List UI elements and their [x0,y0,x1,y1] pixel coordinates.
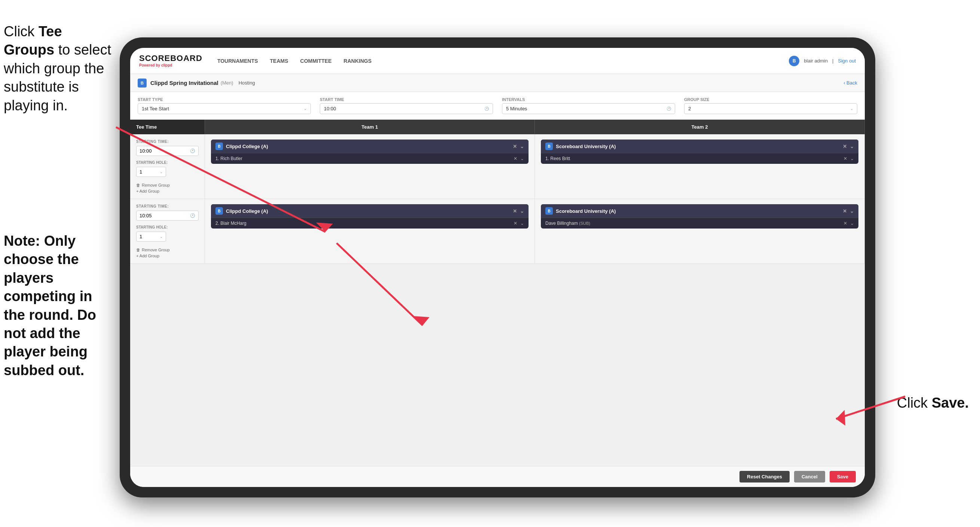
remove-team-icon-2-1[interactable]: ✕ [843,143,847,149]
start-time-icon: 🕐 [484,107,489,111]
remove-player-icon-1-2-1[interactable]: ✕ [514,221,517,226]
edit-team-icon-2-2[interactable]: ⌄ [850,209,854,214]
start-time-field: Start Time 10:00 🕐 [320,97,493,114]
click-save-instruction: Click Save. [897,395,969,411]
sub-badge: (SUB) [579,221,590,226]
player-row-2-2-1: Dave Billingham (SUB) ✕ ⌄ [541,218,858,229]
back-button[interactable]: ‹ Back [843,80,858,86]
intervals-label: Intervals [502,97,675,102]
edit-player-icon-2-1-1[interactable]: ⌄ [850,156,854,161]
player-row-1-1-1: 1. Rich Butler ✕ ⌄ [211,153,528,164]
top-instruction: Click Tee Groups to select which group t… [0,22,116,115]
hole-input-1[interactable]: 1 ⌄ [136,167,166,177]
player-name-2-1-1: 1. Rees Britt [546,156,840,161]
team-card-header-2-2: B Scoreboard University (A) ✕ ⌄ [541,204,858,218]
hole-label-1: STARTING HOLE: [136,161,199,165]
player-actions-2-1-1: ✕ ⌄ [843,156,854,161]
trash-icon-1: 🗑 [136,183,140,187]
breadcrumb-hosting: Hosting [239,80,255,86]
breadcrumb-bar: B Clippd Spring Invitational (Men) Hosti… [130,74,865,92]
sign-out-link[interactable]: Sign out [838,58,856,64]
breadcrumb-badge: B [138,78,146,88]
clock-icon-2: 🕐 [190,213,195,218]
start-type-input[interactable]: 1st Tee Start ⌄ [138,103,311,114]
remove-player-icon-2-1-1[interactable]: ✕ [843,156,847,161]
team-card-header-1-2: B Clippd College (A) ✕ ⌄ [211,204,528,218]
click-save-prefix: Click [897,395,932,411]
team-badge-1-2: B [215,207,223,215]
edit-team-icon-1-2[interactable]: ⌄ [520,209,524,214]
tee-actions-1: 🗑 Remove Group + Add Group [136,183,199,193]
start-type-field: Start Type 1st Tee Start ⌄ [138,97,311,114]
team-card-header-1-1: B Clippd College (A) ✕ ⌄ [211,140,528,153]
starting-time-label-2: STARTING TIME: [136,204,199,209]
start-time-label: Start Time [320,97,493,102]
start-type-chevron: ⌄ [304,107,307,111]
player-actions-1-1-1: ✕ ⌄ [514,156,524,161]
start-time-input[interactable]: 10:00 🕐 [320,103,493,114]
th-team1: Team 1 [205,120,535,134]
starting-time-label-1: STARTING TIME: [136,140,199,143]
remove-team-icon-2-2[interactable]: ✕ [843,209,847,214]
cancel-button[interactable]: Cancel [794,471,825,482]
player-name-1-1-1: 1. Rich Butler [215,156,511,161]
tee-group-row-2: STARTING TIME: 10:05 🕐 STARTING HOLE: 1 … [130,199,865,264]
add-group-btn-2[interactable]: + Add Group [136,253,199,258]
team-name-1-1: Clippd College (A) [226,143,510,149]
team-card-2-1: B Scoreboard University (A) ✕ ⌄ 1. Rees … [541,140,858,164]
logo-block: SCOREBOARD Powered by clippd [139,54,202,67]
player-actions-1-2-1: ✕ ⌄ [514,221,524,226]
remove-player-icon-2-2-1[interactable]: ✕ [843,221,847,226]
tee-groups-container: STARTING TIME: 10:00 🕐 STARTING HOLE: 1 … [130,134,865,264]
intervals-field: Intervals 5 Minutes 🕐 [502,97,675,114]
team-card-header-2-1: B Scoreboard University (A) ✕ ⌄ [541,140,858,153]
hole-input-2[interactable]: 1 ⌄ [136,231,166,242]
team-card-actions-2-2: ✕ ⌄ [843,209,854,214]
team-card-2-2: B Scoreboard University (A) ✕ ⌄ Dave Bil… [541,204,858,229]
player-actions-2-2-1: ✕ ⌄ [843,221,854,226]
hole-label-2: STARTING HOLE: [136,225,199,229]
remove-team-icon-1-2[interactable]: ✕ [513,209,517,214]
add-group-btn-1[interactable]: + Add Group [136,189,199,193]
hole-chevron-2: ⌄ [160,234,163,239]
remove-team-icon-1-1[interactable]: ✕ [513,143,517,149]
nav-teams[interactable]: TEAMS [270,56,288,65]
nav-items: TOURNAMENTS TEAMS COMMITTEE RANKINGS [217,56,789,65]
team2-cell-1: B Scoreboard University (A) ✕ ⌄ 1. Rees … [535,134,865,199]
nav-right: B blair admin | Sign out [789,56,856,66]
tablet-screen: SCOREBOARD Powered by clippd TOURNAMENTS… [130,48,865,487]
nav-committee[interactable]: COMMITTEE [301,56,332,65]
edit-team-icon-1-1[interactable]: ⌄ [520,143,524,149]
hole-chevron-1: ⌄ [160,170,163,174]
edit-player-icon-2-2-1[interactable]: ⌄ [850,221,854,226]
group-size-label: Group Size [684,97,858,102]
group-size-input[interactable]: 2 ⌄ [684,103,858,114]
clock-icon-1: 🕐 [190,148,195,153]
tablet-device: SCOREBOARD Powered by clippd TOURNAMENTS… [120,37,875,497]
edit-player-icon-1-1-1[interactable]: ⌄ [520,156,524,161]
player-name-2-2-1: Dave Billingham (SUB) [546,221,840,226]
team-card-1-2: B Clippd College (A) ✕ ⌄ 2. Blair McHarg [211,204,528,229]
starting-time-input-1[interactable]: 10:00 🕐 [136,146,199,156]
intervals-input[interactable]: 5 Minutes 🕐 [502,103,675,114]
starting-time-input-2[interactable]: 10:05 🕐 [136,210,199,221]
edit-team-icon-2-1[interactable]: ⌄ [850,143,854,149]
intervals-icon: 🕐 [667,107,671,111]
user-avatar: B [789,56,799,66]
team-card-actions-2-1: ✕ ⌄ [843,143,854,149]
nav-tournaments[interactable]: TOURNAMENTS [217,56,258,65]
edit-player-icon-1-2-1[interactable]: ⌄ [520,221,524,226]
remove-player-icon-1-1-1[interactable]: ✕ [514,156,517,161]
reset-changes-button[interactable]: Reset Changes [740,471,790,482]
remove-group-btn-1[interactable]: 🗑 Remove Group [136,183,199,187]
group-size-field: Group Size 2 ⌄ [684,97,858,114]
remove-group-btn-2[interactable]: 🗑 Remove Group [136,248,199,252]
team-badge-2-1: B [546,143,553,150]
navbar: SCOREBOARD Powered by clippd TOURNAMENTS… [130,48,865,74]
save-button[interactable]: Save [830,471,856,482]
tee-group-row: STARTING TIME: 10:00 🕐 STARTING HOLE: 1 … [130,134,865,199]
breadcrumb-subtitle: (Men) [221,80,234,86]
tee-time-cell-1: STARTING TIME: 10:00 🕐 STARTING HOLE: 1 … [130,134,205,199]
tee-actions-2: 🗑 Remove Group + Add Group [136,248,199,258]
nav-rankings[interactable]: RANKINGS [344,56,372,65]
